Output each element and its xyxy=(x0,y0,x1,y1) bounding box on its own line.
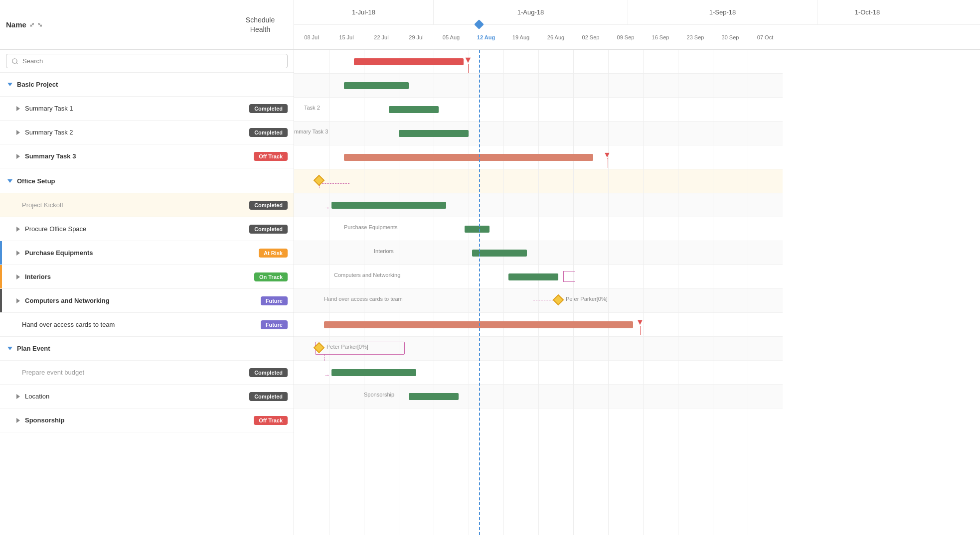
status-badge: Future xyxy=(261,320,288,329)
expand-button[interactable] xyxy=(6,81,14,89)
grid-line xyxy=(643,50,644,535)
status-badge: Completed xyxy=(249,392,288,401)
grid-line xyxy=(713,50,713,535)
task-row: Prepare event budget Completed xyxy=(0,361,294,385)
expand-button[interactable] xyxy=(14,297,22,305)
month-label: 1-Aug-18 xyxy=(434,0,628,24)
week-label: 08 Jul xyxy=(294,34,329,40)
task-name: Hand over access cards to team xyxy=(22,321,261,328)
gantt-panel: 1-Jul-18 1-Aug-18 1-Sep-18 1-Oct-18 08 J… xyxy=(294,0,980,535)
gantt-bar-green xyxy=(472,250,527,257)
left-indicator xyxy=(0,289,2,312)
task-row: Interiors On Track xyxy=(0,265,294,289)
week-label: 22 Jul xyxy=(364,34,399,40)
week-label: 15 Jul xyxy=(329,34,364,40)
expand-icon-2[interactable]: ⤡ xyxy=(37,21,42,28)
task-name: Location xyxy=(25,393,249,400)
task-name: Prepare event budget xyxy=(22,369,249,376)
gantt-weeks-row: 08 Jul 15 Jul 22 Jul 29 Jul 05 Aug 12 Au… xyxy=(294,25,980,50)
task-name: Purchase Equipments xyxy=(25,249,259,257)
gantt-diamond xyxy=(314,175,325,186)
schedule-health-header: Schedule Health xyxy=(233,15,288,33)
gantt-deadline-line xyxy=(640,326,641,335)
task-row: Location Completed xyxy=(0,385,294,408)
gantt-bar-green xyxy=(508,273,558,280)
gantt-bar-salmon xyxy=(344,154,593,161)
main-container: Name ⤢ ⤡ Schedule Health Basic Project S… xyxy=(0,0,980,535)
grid-line xyxy=(399,50,399,535)
task-row: Summary Task 3 Off Track xyxy=(0,144,294,168)
week-label: 23 Sep xyxy=(678,34,713,40)
search-input[interactable] xyxy=(6,54,288,68)
gantt-bar-green xyxy=(331,369,416,376)
month-label: 1-Oct-18 xyxy=(817,0,917,24)
task-name: Basic Project xyxy=(17,81,288,88)
grid-line xyxy=(434,50,434,535)
task-list: Basic Project Summary Task 1 Completed S… xyxy=(0,73,294,535)
expand-button[interactable] xyxy=(6,345,14,353)
gantt-milestone-red: ▼ xyxy=(636,318,644,327)
dashed-connector xyxy=(533,300,553,300)
gantt-label-right: Peter Parker[0%] xyxy=(566,296,608,302)
status-badge: Completed xyxy=(249,368,288,377)
grid-line xyxy=(329,50,329,535)
task-row: Summary Task 1 Completed xyxy=(0,97,294,121)
left-panel: Name ⤢ ⤡ Schedule Health Basic Project S… xyxy=(0,0,294,535)
gantt-label: mmary Task 3 xyxy=(294,129,328,134)
gantt-milestone-red: ▼ xyxy=(464,55,473,65)
status-badge: Completed xyxy=(249,128,288,137)
week-label: 02 Sep xyxy=(573,34,608,40)
task-name: Computers and Networking xyxy=(25,297,261,304)
task-row: Basic Project xyxy=(0,73,294,97)
expand-icon[interactable]: ⤢ xyxy=(29,21,34,28)
expand-button[interactable] xyxy=(14,152,22,160)
expand-button[interactable] xyxy=(6,177,14,185)
grid-line xyxy=(678,50,678,535)
expand-button[interactable] xyxy=(14,273,22,281)
grid-line xyxy=(573,50,574,535)
task-row: Purchase Equipments At Risk xyxy=(0,241,294,265)
task-name: Interiors xyxy=(25,273,254,280)
week-label: 30 Sep xyxy=(713,34,748,40)
gantt-label: Interiors xyxy=(374,248,394,254)
gantt-bar-green xyxy=(389,106,439,113)
grid-line xyxy=(503,50,504,535)
task-row: Office Setup xyxy=(0,169,294,193)
gantt-bar-salmon xyxy=(324,321,633,328)
grid-line xyxy=(748,50,748,535)
gantt-bar-red xyxy=(354,58,464,65)
status-badge: Off Track xyxy=(254,152,288,161)
task-name: Office Setup xyxy=(17,177,288,185)
expand-button[interactable] xyxy=(14,129,22,136)
expand-button[interactable] xyxy=(14,249,22,257)
gantt-outline-box xyxy=(315,342,405,355)
gantt-label: Computers and Networking xyxy=(334,272,400,278)
dashed-connector xyxy=(324,355,325,361)
expand-button[interactable] xyxy=(14,393,22,401)
task-name: Project Kickoff xyxy=(22,201,249,209)
task-name: Sponsorship xyxy=(25,416,254,424)
gantt-label: Purchase Equipments xyxy=(344,224,398,230)
grid-line xyxy=(469,50,469,535)
expand-button[interactable] xyxy=(14,105,22,113)
column-name-header: Name ⤢ ⤡ xyxy=(6,20,233,29)
gantt-bar-green xyxy=(331,202,446,209)
expand-button[interactable] xyxy=(14,225,22,233)
task-row: Sponsorship Off Track xyxy=(0,408,294,432)
week-label: 16 Sep xyxy=(643,34,678,40)
expand-button[interactable] xyxy=(14,416,22,424)
week-label: 05 Aug xyxy=(434,34,469,40)
status-badge: Future xyxy=(261,296,288,305)
task-name: Summary Task 1 xyxy=(25,105,249,112)
week-label: 09 Sep xyxy=(608,34,643,40)
today-line xyxy=(479,25,480,535)
task-row: Plan Event xyxy=(0,337,294,361)
gantt-milestone-red: ▼ xyxy=(603,150,611,159)
week-label: 12 Aug xyxy=(469,34,503,40)
task-name: Procure Office Space xyxy=(25,225,249,233)
status-badge: Completed xyxy=(249,225,288,234)
week-label: 29 Jul xyxy=(399,34,434,40)
task-row: Computers and Networking Future xyxy=(0,289,294,313)
gantt-bar-green xyxy=(409,393,459,400)
month-label: 1-Sep-18 xyxy=(628,0,817,24)
